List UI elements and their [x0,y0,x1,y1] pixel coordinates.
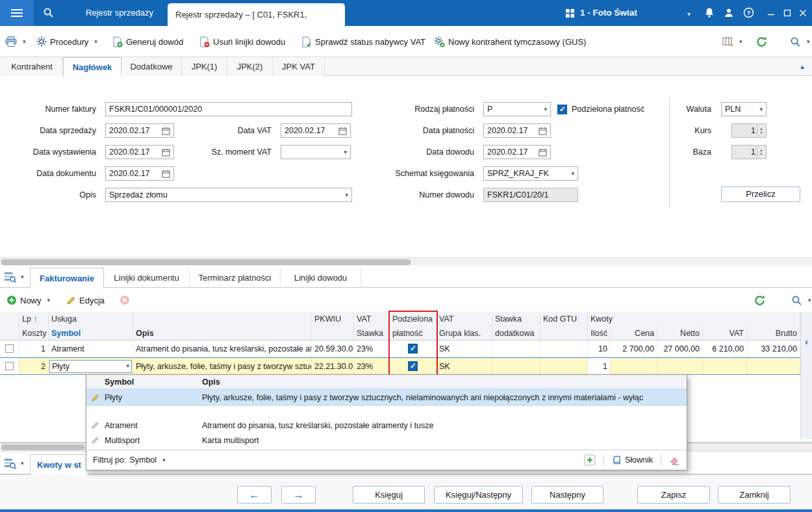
workspace-selector[interactable]: 1 - Foto Świat [580,0,637,26]
generate-proof-button[interactable]: Generuj dowód [112,34,183,49]
background-document-tab[interactable]: Rejestr sprzedaży [77,0,162,26]
col-platnosc[interactable]: płatność [390,326,437,340]
search-filter-button[interactable]: ▾ [790,34,810,49]
col-vat2[interactable]: VAT [437,312,492,326]
tab-linijki-dokumentu[interactable]: Linijki dokumentu [104,268,190,288]
recalculate-button[interactable]: Przelicz [721,186,800,202]
col-symbol[interactable]: Symbol [49,326,133,340]
delete-row-button[interactable] [120,292,130,308]
print-button[interactable]: ▾ [5,34,26,49]
base-rate-stepper[interactable]: 1 ▴▾ [731,145,767,159]
collapse-ribbon-icon[interactable]: ▴ [795,60,809,73]
col-pkwiu-sub[interactable] [312,326,354,340]
split-payment-checkbox[interactable] [557,105,567,114]
tab-terminarz-platnosci[interactable]: Terminarz płatności [190,268,281,288]
split-payment-cell-checkbox[interactable] [408,344,418,353]
table-row[interactable]: 1 Atrament Atrament do pisania, tusz kre… [0,340,800,357]
scrollbar-thumb[interactable] [1,259,411,265]
col-kod-gtu-sub[interactable] [540,326,588,340]
tab-kontrahent[interactable]: Kontrahent [1,57,63,76]
close-form-button[interactable]: Zamknij [718,486,791,504]
hamburger-menu-button[interactable] [0,0,34,26]
tab-linijki-dowodu[interactable]: Linijki dowodu [281,268,361,288]
col-stawka[interactable]: Stawka [354,326,390,340]
proof-date-field[interactable]: 2020.02.17 [483,145,551,159]
minimize-button[interactable] [767,9,775,17]
vat-date-field[interactable]: 2020.02.17 [281,123,351,138]
col-select[interactable] [0,312,19,326]
tab-jpk1[interactable]: JPK(1) [182,57,227,76]
col-kwoty-group[interactable]: Kwoty [588,312,800,326]
row-select-checkbox[interactable] [5,362,14,370]
notifications-bell-icon[interactable] [704,7,715,18]
col-netto[interactable]: Netto [657,326,703,340]
tab-dodatkowe[interactable]: Dodatkowe [121,57,182,76]
active-document-tab[interactable]: Rejestr sprzedaży – [ C01, FSKR1, [168,3,345,26]
post-and-next-button[interactable]: Księguj/Następny [434,486,523,504]
next-button[interactable]: Następny [531,486,603,504]
posting-scheme-combobox[interactable]: SPRZ_KRAJ_FK▾ [483,166,578,181]
new-temp-contractor-button[interactable]: Nowy kontrahent tymczasowy (GUS) [434,34,586,49]
spinner-arrows-icon[interactable]: ▴▾ [757,125,765,136]
pane-view-menu-button[interactable]: ▾ [4,457,24,470]
col-pkwiu[interactable]: PKWIU [312,312,354,326]
tab-naglowek[interactable]: Nagłówek [63,57,121,77]
previous-record-button[interactable]: ← [237,486,272,504]
col-stawka2[interactable]: Stawka [492,312,540,326]
post-button[interactable]: Księguj [353,486,425,504]
horizontal-scrollbar[interactable] [0,257,812,266]
col-kod-gtu[interactable]: Kod GTU [540,312,588,326]
apps-grid-icon[interactable] [565,8,575,18]
filter-by-control[interactable]: Filtruj po: Symbol ▾ [93,455,166,465]
col-opis[interactable]: Opis [133,326,312,340]
user-icon[interactable] [724,7,734,18]
pane-view-menu-button[interactable]: ▾ [4,271,24,283]
invoice-number-field[interactable]: FSKR1/C01/000001/2020 [105,102,352,116]
collapse-panel-icon[interactable]: ‹ [801,337,812,347]
view-settings-button[interactable]: ▾ [722,34,742,49]
col-dodatkowa[interactable]: dodatkowa [492,326,540,340]
symbol-cell-combobox[interactable]: Płyty▾ [49,360,132,373]
issue-date-field[interactable]: 2020.02.17 [105,145,174,159]
col-cena[interactable]: Cena [611,326,657,340]
col-lp[interactable]: Lp ↑ [19,312,49,326]
procedures-button[interactable]: Procedury ▾ [36,34,97,49]
dropdown-item-selected[interactable]: Płyty Płyty, arkusze, folie, taśmy i pas… [86,389,687,406]
col-select[interactable] [0,326,19,340]
col-ilosc[interactable]: Ilość [588,326,611,340]
table-row-selected[interactable]: 2 Płyty▾ Płyty, arkusze, folie, taśmy i … [0,357,800,375]
col-podzielona[interactable]: Podzielona [390,312,437,326]
clear-filter-button[interactable] [669,455,680,465]
col-vat[interactable]: VAT [354,312,390,326]
description-combobox[interactable]: Sprzedaż złomu▾ [105,188,352,202]
search-icon[interactable] [43,7,54,18]
delete-proof-lines-button[interactable]: Usuń linijki dowodu [199,34,285,49]
refresh-button[interactable] [755,34,768,49]
tab-jpk2[interactable]: JPK(2) [227,57,273,76]
payment-type-combobox[interactable]: P▾ [483,102,551,116]
exchange-rate-stepper[interactable]: 1 ▴▾ [731,123,767,138]
new-row-button[interactable]: Nowy ▾ [6,292,50,308]
col-brutto[interactable]: Brutto [747,326,800,340]
dropdown-item[interactable]: Atrament Atrament do pisania, tusz kreśl… [86,418,687,433]
col-grupa-klas[interactable]: Grupa klas. [437,326,492,340]
tab-kwoty[interactable]: Kwoty w st [30,454,88,475]
chevron-down-icon[interactable]: ▾ [687,10,691,18]
next-record-button[interactable]: → [281,486,316,504]
close-button[interactable] [799,9,807,17]
row-select-checkbox[interactable] [5,344,14,353]
currency-combobox[interactable]: PLN▾ [721,102,767,116]
split-payment-cell-checkbox[interactable] [408,361,418,371]
col-opis-top[interactable] [133,312,312,326]
grid-search-button[interactable]: ▾ [791,292,811,308]
payment-date-field[interactable]: 2020.02.17 [483,123,551,138]
spinner-arrows-icon[interactable]: ▴▾ [757,146,765,158]
scrollbar-thumb[interactable] [1,444,84,450]
dictionary-button[interactable]: Słownik [612,455,653,465]
sale-date-field[interactable]: 2020.02.17 [105,123,174,138]
check-vat-status-button[interactable]: Sprawdź status nabywcy VAT [301,34,425,49]
dropdown-item[interactable]: Multisport Karta multisport [86,433,687,448]
edit-row-button[interactable]: Edycja [66,292,105,308]
maximize-button[interactable] [783,9,791,17]
col-vat3[interactable]: VAT [703,326,747,340]
